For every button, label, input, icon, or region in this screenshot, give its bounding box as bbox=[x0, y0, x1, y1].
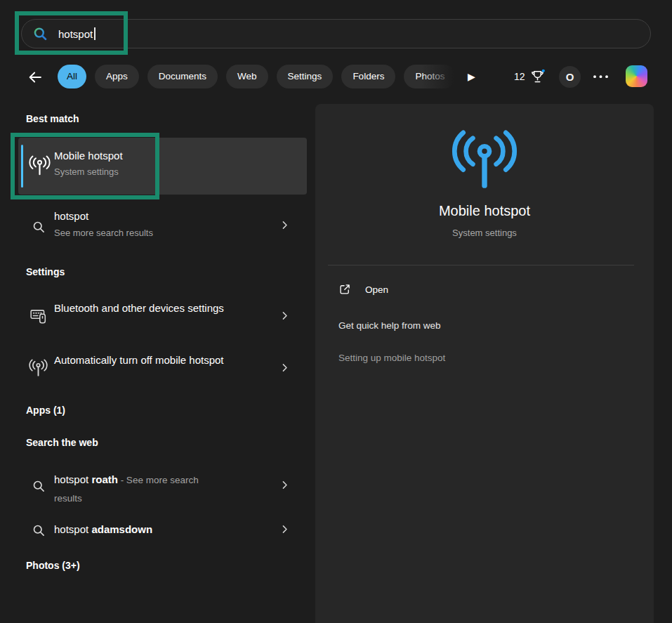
search-input[interactable]: hotspot bbox=[21, 19, 651, 48]
result-web-hotspot-adamsdown[interactable]: hotspot adamsdown bbox=[18, 520, 307, 545]
result-auto-turn-off-hotspot[interactable]: Automatically turn off mobile hotspot bbox=[18, 346, 307, 391]
tab-apps[interactable]: Apps bbox=[95, 65, 139, 88]
chevron-right-icon bbox=[279, 219, 291, 231]
tab-all[interactable]: All bbox=[58, 65, 86, 88]
search-query-text: hotspot bbox=[58, 28, 93, 40]
tab-photos[interactable]: Photos bbox=[404, 65, 456, 88]
account-avatar[interactable]: O bbox=[559, 66, 581, 88]
tab-documents[interactable]: Documents bbox=[147, 65, 218, 88]
mobile-hotspot-icon bbox=[29, 359, 48, 378]
chevron-right-icon bbox=[279, 479, 291, 491]
tab-settings[interactable]: Settings bbox=[277, 65, 334, 88]
mobile-hotspot-large-icon bbox=[452, 129, 518, 190]
result-bluetooth-devices-settings[interactable]: Bluetooth and other devices settings bbox=[18, 294, 307, 339]
photos-header: Photos (3+) bbox=[26, 560, 80, 571]
result-title: Bluetooth and other devices settings bbox=[54, 299, 230, 317]
text-caret bbox=[94, 27, 95, 40]
tab-web[interactable]: Web bbox=[226, 65, 268, 88]
result-title: hotspot roath - See more search results bbox=[54, 471, 223, 507]
mobile-hotspot-icon bbox=[29, 155, 51, 177]
result-subtitle: System settings bbox=[54, 166, 119, 177]
result-see-more-search[interactable]: hotspot See more search results bbox=[18, 206, 307, 249]
result-web-hotspot-roath[interactable]: hotspot roath - See more search results bbox=[18, 465, 307, 510]
chevron-right-icon bbox=[279, 362, 291, 374]
selection-accent-bar bbox=[21, 145, 23, 188]
chevron-right-icon bbox=[279, 310, 291, 322]
open-label: Open bbox=[365, 284, 388, 295]
more-filters-icon[interactable]: ▶ bbox=[468, 70, 475, 83]
search-result-icon bbox=[32, 479, 46, 493]
rewards-badge[interactable]: 12 bbox=[514, 68, 546, 85]
apps-header: Apps (1) bbox=[26, 405, 65, 416]
filter-tabs: All Apps Documents Web Settings Folders … bbox=[58, 65, 462, 89]
result-title: hotspot bbox=[54, 210, 88, 222]
divider bbox=[328, 265, 634, 265]
devices-icon bbox=[29, 307, 48, 325]
result-mobile-hotspot[interactable]: Mobile hotspot System settings bbox=[18, 138, 307, 195]
preview-subtitle: System settings bbox=[315, 228, 654, 238]
result-title: hotspot adamsdown bbox=[54, 523, 265, 535]
search-result-icon bbox=[32, 220, 46, 234]
quick-help-header: Get quick help from web bbox=[338, 320, 441, 331]
settings-header: Settings bbox=[26, 266, 65, 277]
more-options-icon[interactable] bbox=[592, 74, 610, 80]
preview-title: Mobile hotspot bbox=[315, 203, 654, 219]
search-the-web-header: Search the web bbox=[26, 437, 98, 448]
trophy-icon bbox=[529, 68, 546, 85]
windows-search-flyout: hotspot All Apps Documents Web Settings … bbox=[0, 0, 672, 623]
result-title: Mobile hotspot bbox=[54, 150, 123, 162]
setting-up-hotspot-link[interactable]: Setting up mobile hotspot bbox=[338, 353, 445, 363]
back-arrow-icon[interactable] bbox=[27, 69, 44, 86]
result-title: Automatically turn off mobile hotspot bbox=[54, 351, 230, 369]
preview-panel: Mobile hotspot System settings Open Get … bbox=[315, 104, 654, 623]
tab-folders[interactable]: Folders bbox=[341, 65, 395, 88]
open-button[interactable]: Open bbox=[338, 283, 388, 296]
search-icon bbox=[32, 26, 48, 42]
rewards-points: 12 bbox=[514, 71, 525, 82]
chevron-right-icon bbox=[279, 523, 291, 535]
result-subtitle: See more search results bbox=[54, 228, 153, 238]
open-external-icon bbox=[338, 283, 351, 296]
search-result-icon bbox=[32, 523, 46, 537]
best-match-header: Best match bbox=[26, 113, 79, 124]
copilot-icon[interactable] bbox=[626, 65, 647, 87]
avatar-initial: O bbox=[566, 71, 574, 83]
